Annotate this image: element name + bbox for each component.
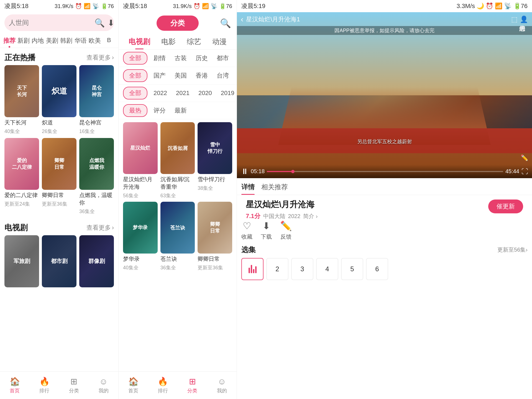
episode-btn-5[interactable]: 5 <box>341 258 363 280</box>
nav-home-1[interactable]: 🏠 首页 <box>0 372 30 399</box>
filter-option-city[interactable]: 都市 <box>214 52 232 64</box>
intro-link[interactable]: 简介 › <box>303 213 318 220</box>
drama-card-3[interactable]: 群像剧 <box>79 235 114 287</box>
nav-mine-1[interactable]: ☺ 我的 <box>89 372 118 399</box>
search-bar[interactable]: 🔍 ⬇ 🕐 <box>4 14 114 31</box>
category-header: 分类 🔍 <box>119 12 237 34</box>
tab-recommend[interactable]: 相关推荐 <box>261 183 288 195</box>
cat-card-canglan[interactable]: 苍兰诀 苍兰诀 36集全 <box>160 202 195 271</box>
filter-option-2019[interactable]: 2019 <box>218 88 237 98</box>
cat-card-text-menghua: 梦华录 <box>123 202 158 254</box>
filter-btn-sort[interactable]: 最热 <box>123 104 147 117</box>
card-tianxia[interactable]: 天下长河 天下长河 40集全 <box>4 65 39 135</box>
progress-bar[interactable] <box>267 171 503 172</box>
update-button[interactable]: 催更新 <box>488 200 523 213</box>
card-kunlun[interactable]: 昆仑神宫 昆仑神宫 16集全 <box>79 65 114 135</box>
drama-card-text-2: 都市剧 <box>42 235 76 287</box>
filter-option-history[interactable]: 历史 <box>193 52 211 64</box>
card-img-kunlun: 昆仑神宫 <box>79 65 114 117</box>
nav-rank-label-1: 排行 <box>39 387 49 394</box>
collect-icon: ♡ <box>243 220 251 231</box>
cat-card-xinghan[interactable]: 星汉灿烂 星汉灿烂\月升沧海 56集全 <box>123 122 158 199</box>
tab-detail[interactable]: 详情 <box>241 183 255 195</box>
episode-btn-3[interactable]: 3 <box>291 258 313 280</box>
tab-mainland[interactable]: 内地 <box>31 35 45 47</box>
drama-section-more[interactable]: 查看更多 › <box>86 224 114 232</box>
episode-btn-4[interactable]: 4 <box>316 258 338 280</box>
card-dianran[interactable]: 点燃我温暖你 点燃我，温暖你 36集全 <box>79 138 114 215</box>
tab-variety[interactable]: 综艺 <box>181 34 207 49</box>
cat-card-chenxiang[interactable]: 沉香如屑 沉香如屑/沉香重华 63集全 <box>160 122 195 199</box>
tab-anime[interactable]: 动漫 <box>207 34 232 49</box>
category-search-icon[interactable]: 🔍 <box>220 18 231 29</box>
episode-btn-1[interactable] <box>241 258 264 280</box>
content-type-tabs: 电视剧 电影 综艺 动漫 <box>119 34 237 50</box>
nav-rank-2[interactable]: 🔥 排行 <box>148 372 178 399</box>
cat-card-qq[interactable]: 卿卿日常 卿卿日常 更新至36集 <box>198 202 232 271</box>
hot-section-more[interactable]: 查看更多 › <box>86 53 114 62</box>
nav-category-2[interactable]: ⊞ 分类 <box>178 372 207 399</box>
filter-option-tw[interactable]: 台湾 <box>214 70 232 81</box>
avatar-icon[interactable]: 👤 <box>520 16 528 23</box>
episode-btn-6[interactable]: 6 <box>366 258 388 280</box>
fullscreen-icon[interactable]: ⛶ <box>521 168 528 175</box>
nav-rank-1[interactable]: 🔥 排行 <box>30 372 59 399</box>
cat-card-img-qq: 卿卿日常 <box>198 202 232 254</box>
tab-tv[interactable]: 电视剧 <box>123 34 156 49</box>
back-icon[interactable]: ‹ <box>241 15 243 24</box>
detail-title-row: 星汉灿烂\月升沧海 7.1分 中国大陆 2022 简介 › 催更新 <box>237 195 532 220</box>
filter-option-2022[interactable]: 2022 <box>151 88 170 98</box>
nav-category-1[interactable]: ⊞ 分类 <box>59 372 89 399</box>
episode-grid: 2 3 4 5 6 <box>241 258 528 280</box>
filter-option-2021[interactable]: 2021 <box>173 88 192 98</box>
search-icon[interactable]: 🔍 <box>94 18 105 28</box>
action-collect[interactable]: ♡ 收藏 <box>241 220 252 241</box>
mine-icon-2: ☺ <box>218 377 226 386</box>
tab-new[interactable]: 新剧 <box>16 35 30 47</box>
play-pause-icon[interactable]: ⏸ <box>241 167 249 176</box>
video-player[interactable]: ‹ 星汉灿烂\月升沧海1 ⬚ 👤 因APP被恶意举报，如提示风险，请放心去完 您… <box>237 12 532 178</box>
action-download[interactable]: ⬇ 下载 <box>261 220 272 241</box>
drama-card-2[interactable]: 都市剧 <box>42 235 76 287</box>
video-background <box>237 12 532 178</box>
filter-option-rating[interactable]: 评分 <box>151 105 168 116</box>
episode-more[interactable]: 更新至56集 › <box>497 246 528 254</box>
filter-option-hk[interactable]: 香港 <box>193 70 211 81</box>
tab-europe[interactable]: 欧美 <box>88 35 102 47</box>
filter-btn-genre[interactable]: 全部 <box>123 52 147 65</box>
tab-movie[interactable]: 电影 <box>156 34 181 49</box>
filter-btn-region[interactable]: 全部 <box>123 69 147 82</box>
cat-card-xuezhong[interactable]: 雪中悍刀行 雪中悍刀行 38集全 <box>198 122 232 199</box>
cat-card-menghua[interactable]: 梦华录 梦华录 40集全 <box>123 202 158 271</box>
video-controls: ⏸ 05:18 45:44 ⛶ <box>241 167 528 176</box>
filter-option-china[interactable]: 国产 <box>151 70 168 81</box>
tab-b[interactable]: B <box>102 35 116 47</box>
filter-option-ancient[interactable]: 古装 <box>172 52 190 64</box>
nav-mine-2[interactable]: ☺ 我的 <box>207 372 237 399</box>
category-title-btn[interactable]: 分类 <box>157 16 199 31</box>
download-icon[interactable]: ⬇ <box>108 18 114 28</box>
nav-home-2[interactable]: 🏠 首页 <box>119 372 148 399</box>
filter-option-us[interactable]: 美国 <box>172 70 190 81</box>
filter-btn-year[interactable]: 全部 <box>123 87 147 99</box>
action-feedback[interactable]: ✏️ 反馈 <box>280 220 292 241</box>
tab-us[interactable]: 美剧 <box>45 35 59 47</box>
card-qingqing[interactable]: 卿卿日常 卿卿日常 更新至36集 <box>42 138 76 215</box>
card-aier[interactable]: 爱的二八定律 爱的二八定律 更新至24集 <box>4 138 39 215</box>
search-input[interactable] <box>9 19 92 27</box>
drama-card-1[interactable]: 军旅剧 <box>4 235 39 287</box>
feedback-label: 反馈 <box>280 233 291 241</box>
episode-num-4: 4 <box>325 265 329 273</box>
tab-chinese[interactable]: 华语 <box>73 35 88 47</box>
arrow-right-icon-2: › <box>112 224 114 231</box>
card-subtitle-tianxia: 40集全 <box>4 128 39 135</box>
filter-option-drama[interactable]: 剧情 <box>151 52 168 64</box>
edit-icon[interactable]: ✏️ <box>521 154 528 162</box>
filter-option-newest[interactable]: 最新 <box>172 105 190 116</box>
card-chidao[interactable]: 炽道 炽道 26集全 <box>42 65 76 135</box>
filter-option-2020[interactable]: 2020 <box>196 88 215 98</box>
cast-icon[interactable]: ⬚ <box>511 16 518 23</box>
episode-btn-2[interactable]: 2 <box>266 258 288 280</box>
tab-korean[interactable]: 韩剧 <box>59 35 73 47</box>
tab-recommend[interactable]: 推荐 <box>2 35 16 47</box>
